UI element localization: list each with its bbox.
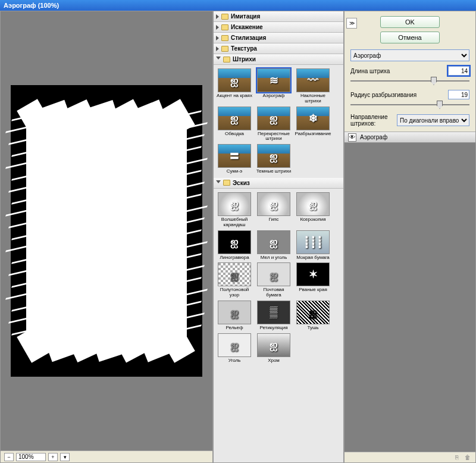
ok-button[interactable]: OK [380,16,440,28]
folder-icon [223,180,230,186]
filter-crosshatch[interactable]: ஐПерекрестные штрихи [255,107,292,142]
thumb-label: Аэрограф [263,93,285,99]
preview-canvas [11,85,202,377]
zoom-menu-button[interactable]: ▾ [60,453,70,461]
filter-bas-relief[interactable]: ஐРельеф [216,301,253,331]
param-direction: Направление штрихов: По диагонали вправо [350,114,469,127]
filter-halftone-pattern[interactable]: ஐПолутоновой узор [216,262,253,298]
filter-select[interactable]: Аэрограф [350,49,469,61]
param-spray-radius: Радиус разбрызгивания [350,90,469,109]
folder-icon [221,46,228,52]
filter-sumi-e[interactable]: 〓Суми-э [216,144,253,174]
zoom-toolbar: − + ▾ [1,451,212,462]
category-label: Текстура [231,45,257,52]
thumb-label: Ксерокопия [300,217,325,223]
filter-charcoal[interactable]: ஐУголь [216,333,253,364]
thumb-label: Перекрестные штрихи [255,132,292,142]
effect-layer-name: Аэрограф [360,134,387,140]
category-texture[interactable]: Текстура [214,43,343,54]
direction-select[interactable]: По диагонали вправо [397,114,469,126]
param-label: Направление штрихов: [350,114,393,127]
thumb-label: Наклонные штрихи [295,93,331,104]
thumb-label: Мел и уголь [261,255,287,261]
folder-icon [223,57,230,62]
param-stroke-length: Длина штриха [350,66,469,85]
collapse-button[interactable]: ≫ [346,18,357,29]
strokes-thumbs: ஐАкцент на краях ≋Аэрограф 〰Наклонные шт… [214,65,343,178]
thumb-label: Волшебный карандаш [216,217,253,228]
filter-angled-strokes[interactable]: 〰Наклонные штрихи [295,68,331,104]
chevron-down-icon [216,180,221,186]
thumb-label: Хром [268,358,280,364]
chevron-right-icon [216,36,219,40]
settings-pane: ≫ OK Отмена Аэрограф Длина штриха Радиус… [344,11,476,463]
category-strokes[interactable]: Штрихи [214,54,343,65]
thumb-label: Почтовая бумага [255,287,292,298]
chevron-down-icon [216,57,221,62]
filter-graphic-pen[interactable]: ஐТушь [295,301,331,331]
category-imitation[interactable]: Имитация [214,11,343,22]
layers-footer: ⎘ 🗑 [345,452,475,462]
cancel-button[interactable]: Отмена [380,32,440,43]
chevron-right-icon [216,46,219,51]
filter-note-paper[interactable]: ஐПочтовая бумага [255,262,292,298]
filter-reticulation[interactable]: ▒Ретикуляция [255,301,292,331]
category-label: Искажение [231,24,263,30]
category-distortion[interactable]: Искажение [214,22,343,33]
window-title: Аэрограф (100%) [4,2,59,9]
effect-layer-row[interactable]: 👁 Аэрограф [345,132,475,143]
thumb-label: Линогравюра [220,255,249,261]
category-label: Эскиз [233,180,250,186]
spray-radius-slider[interactable] [350,101,469,109]
thumb-label: Гипс [269,217,279,223]
category-stylize[interactable]: Стилизация [214,33,343,43]
chevron-right-icon [216,14,219,19]
canvas-viewport[interactable] [1,11,212,451]
category-label: Стилизация [231,35,266,41]
spray-radius-input[interactable] [448,90,469,99]
filter-photocopy[interactable]: ஐКсерокопия [295,192,331,228]
folder-icon [221,24,228,30]
layers-empty-area [345,143,475,452]
thumb-label: Рваные края [299,287,327,293]
filter-water-paper[interactable]: ┋┋┋Мокрая бумага [295,230,331,261]
folder-icon [221,35,228,41]
new-effect-layer-icon[interactable]: ⎘ [455,454,459,461]
filter-conte-crayon[interactable]: ஐВолшебный карандаш [216,192,253,228]
thumb-label: Темные штрихи [256,169,292,174]
filter-chrome[interactable]: ஐХром [255,333,292,364]
thumb-label: Суми-э [227,169,242,174]
filter-spray[interactable]: ≋Аэрограф [255,68,292,104]
thumb-label: Уголь [228,358,241,364]
thumb-label: Разбрызгивание [295,132,331,137]
effect-layers-panel: 👁 Аэрограф ⎘ 🗑 [345,132,475,462]
param-label: Радиус разбрызгивания [350,92,416,98]
category-label: Имитация [231,13,260,20]
preview-pane: − + ▾ [0,11,213,463]
param-label: Длина штриха [350,68,390,74]
filter-dark-strokes[interactable]: ஐТемные штрихи [255,144,292,174]
chevron-right-icon [216,25,219,30]
filter-accent-edges[interactable]: ஐАкцент на краях [216,68,253,104]
filter-stamp[interactable]: ஐЛиногравюра [216,230,253,261]
category-sketch[interactable]: Эскиз [214,178,343,189]
filter-spatter[interactable]: ❄Разбрызгивание [295,107,331,142]
filter-torn-edges[interactable]: ✶Рваные края [295,262,331,298]
stroke-length-input[interactable] [448,66,469,76]
category-label: Штрихи [233,56,256,62]
zoom-out-button[interactable]: − [4,453,14,461]
thumb-label: Ретикуляция [259,326,287,331]
thumb-label: Обводка [225,132,244,137]
thumb-label: Полутоновой узор [216,287,253,298]
thumb-label: Тушь [307,326,318,331]
thumb-label: Мокрая бумага [296,255,330,261]
zoom-in-button[interactable]: + [48,453,58,461]
delete-effect-layer-icon[interactable]: 🗑 [465,454,471,461]
filter-chalk-charcoal[interactable]: ஐМел и уголь [255,230,292,261]
visibility-toggle-icon[interactable]: 👁 [348,133,356,142]
filter-gallery[interactable]: Имитация Искажение Стилизация Текстура Ш… [213,11,344,463]
filter-plaster[interactable]: ஐГипс [255,192,292,228]
stroke-length-slider[interactable] [350,77,469,85]
zoom-input[interactable] [16,453,46,461]
filter-ink-outlines[interactable]: ஐОбводка [216,107,253,142]
